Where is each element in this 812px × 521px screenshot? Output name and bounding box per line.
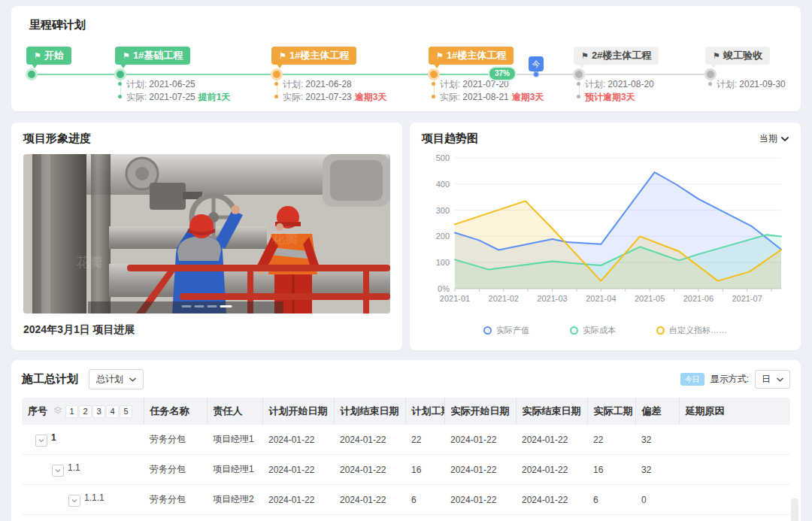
carousel-indicators bbox=[182, 305, 232, 307]
photo-caption: 2024年3月1日 项目进展 bbox=[23, 323, 390, 337]
chevron-down-icon bbox=[777, 377, 783, 382]
milestone-dates: 计划:2021-08-20 预计逾期3天 bbox=[577, 78, 654, 104]
milestone-dates: 计划:2021-09-30 bbox=[708, 78, 786, 91]
period-selector[interactable]: 当期 bbox=[759, 132, 789, 145]
cell-actual-end: 2024-01-22 bbox=[516, 485, 587, 515]
table-row[interactable]: 1 劳务分包 项目经理1 2024-01-22 2024-01-22 22 20… bbox=[22, 425, 790, 455]
today-badge: 今 bbox=[529, 56, 544, 71]
column-header: 计划开始日期 bbox=[262, 398, 334, 425]
plan-type-value: 总计划 bbox=[96, 373, 123, 386]
cell-delay-reason bbox=[679, 455, 790, 485]
milestone-badge: ⚑竣工验收 bbox=[705, 47, 770, 65]
chart-legend: 实际产值 实际成本 自定义指标…… bbox=[422, 325, 789, 336]
display-mode-value: 日 bbox=[762, 373, 771, 386]
today-jump-button[interactable]: 今日 bbox=[680, 373, 704, 386]
milestone-name: 1#基础工程 bbox=[133, 50, 183, 61]
task-id: 1.1 bbox=[68, 462, 80, 473]
milestone-card: 里程碑计划 ⚑开始 ⚑1#基础工程 计划:2021-06-25 实际:2021-… bbox=[11, 6, 801, 111]
project-photo-illustration: 花瓣 花瓣 bbox=[23, 154, 390, 314]
level-button-4[interactable]: 4 bbox=[107, 406, 118, 417]
flag-icon: ⚑ bbox=[581, 51, 589, 60]
column-header: 实际开始日期 bbox=[444, 398, 516, 425]
level-button-2[interactable]: 2 bbox=[80, 406, 91, 417]
column-header: 任务名称 bbox=[144, 398, 207, 425]
status-note: 提前1天 bbox=[198, 92, 231, 102]
level-button-5[interactable]: 5 bbox=[120, 406, 132, 417]
y-tick-label: 200 bbox=[436, 232, 450, 241]
bullet-icon bbox=[577, 95, 580, 98]
bullet-icon bbox=[118, 82, 122, 86]
cell-deviation: 1 bbox=[635, 515, 679, 521]
x-tick-label: 2021-04 bbox=[586, 294, 616, 303]
project-photo[interactable]: 花瓣 花瓣 bbox=[23, 154, 390, 314]
level-button-1[interactable]: 1 bbox=[66, 406, 77, 417]
dashboard-page: 里程碑计划 ⚑开始 ⚑1#基础工程 计划:2021-06-25 实际:2021-… bbox=[0, 0, 812, 521]
legend-marker-icon bbox=[656, 326, 665, 335]
expand-toggle-icon[interactable] bbox=[35, 435, 47, 447]
column-header: 责任人 bbox=[207, 398, 262, 425]
plan-type-select[interactable]: 总计划 bbox=[89, 369, 144, 389]
side-panel-handle[interactable]: 显示 bbox=[791, 498, 798, 521]
milestone-badge: ⚑开始 bbox=[26, 47, 71, 65]
cell-actual-start: 2024-01-22 bbox=[444, 515, 516, 521]
carousel-dot[interactable] bbox=[195, 305, 205, 307]
status-note: 预计逾期3天 bbox=[585, 92, 635, 102]
column-header: 实际结束日期 bbox=[516, 398, 587, 425]
timeline-line-future bbox=[510, 74, 710, 75]
legend-item[interactable]: 自定义指标…… bbox=[656, 325, 727, 336]
column-header: 计划结束日期 bbox=[334, 398, 405, 425]
table-header-row: 序号 12345任务名称责任人计划开始日期计划结束日期计划工期实际开始日期实际结… bbox=[22, 398, 790, 425]
legend-label: 自定义指标…… bbox=[669, 325, 727, 336]
carousel-dot[interactable] bbox=[182, 305, 192, 307]
task-id: 1.1.1 bbox=[84, 492, 105, 503]
column-header: 偏差 bbox=[635, 398, 679, 425]
legend-label: 实际产值 bbox=[496, 325, 529, 336]
cell-actual-end: 2024-01-22 bbox=[516, 425, 587, 455]
table-row[interactable]: 1.1 劳务分包 项目经理1 2024-01-22 2024-01-22 16 … bbox=[22, 455, 790, 485]
expand-toggle-icon[interactable] bbox=[52, 465, 64, 477]
expand-toggle-icon[interactable] bbox=[68, 495, 80, 507]
cell-plan-end: 2024-01-22 bbox=[334, 455, 405, 485]
y-tick-label: 400 bbox=[436, 180, 450, 189]
cell-actual-days: 22 bbox=[587, 425, 635, 455]
milestone-badge: ⚑1#楼主体工程 bbox=[271, 47, 356, 65]
cell-seq: 1.1.1 bbox=[22, 485, 144, 515]
bullet-icon bbox=[432, 82, 435, 86]
cell-task: 劳务分包 bbox=[144, 485, 207, 515]
cell-actual-days: 16 bbox=[587, 455, 635, 485]
column-header-seq: 序号 12345 bbox=[22, 398, 144, 425]
milestone-name: 1#楼主体工程 bbox=[289, 50, 349, 61]
milestone-name: 开始 bbox=[44, 50, 64, 61]
legend-item[interactable]: 实际产值 bbox=[483, 325, 529, 336]
cell-owner: 项目经理1 bbox=[207, 455, 262, 485]
cell-actual-days: 5 bbox=[587, 515, 635, 521]
today-dot bbox=[533, 71, 539, 77]
x-tick-label: 2021-05 bbox=[635, 294, 665, 303]
table-row[interactable]: 1.1.1 劳务分包 项目经理2 2024-01-22 2024-01-22 6… bbox=[22, 485, 790, 515]
project-progress-card: 项目形象进度 bbox=[11, 123, 402, 350]
bullet-icon bbox=[274, 82, 278, 86]
watermark-text: 花瓣 bbox=[76, 255, 103, 270]
cell-owner: 项目经理1 bbox=[207, 425, 262, 455]
chevron-down-icon bbox=[129, 377, 136, 382]
flag-icon: ⚑ bbox=[123, 51, 130, 60]
cell-actual-days: 6 bbox=[587, 485, 635, 515]
plan-date: 2021-07-20 bbox=[462, 79, 508, 89]
cell-seq: 1 bbox=[22, 425, 144, 455]
carousel-dot[interactable] bbox=[208, 305, 217, 307]
cell-deviation: 32 bbox=[635, 425, 679, 455]
display-mode-select[interactable]: 日 bbox=[755, 370, 790, 389]
column-header: 计划工期 bbox=[405, 398, 444, 425]
level-button-3[interactable]: 3 bbox=[93, 406, 105, 417]
carousel-dot-active[interactable] bbox=[220, 305, 232, 307]
table-row[interactable]: 1.1.2 劳务分包 项目经理3 2024-01-22 2024-01-22 5… bbox=[22, 515, 790, 521]
legend-item[interactable]: 实际成本 bbox=[570, 325, 616, 336]
progress-percent-pill: 37% bbox=[489, 68, 515, 80]
plan-date: 2021-08-20 bbox=[607, 79, 653, 89]
y-tick-label: 500 bbox=[436, 153, 450, 162]
cell-actual-start: 2024-01-22 bbox=[444, 455, 516, 485]
bullet-icon bbox=[118, 95, 122, 98]
flag-icon: ⚑ bbox=[34, 51, 41, 60]
flag-icon: ⚑ bbox=[279, 51, 286, 60]
milestone-timeline: ⚑开始 ⚑1#基础工程 计划:2021-06-25 实际:2021-07-25提… bbox=[19, 38, 793, 114]
